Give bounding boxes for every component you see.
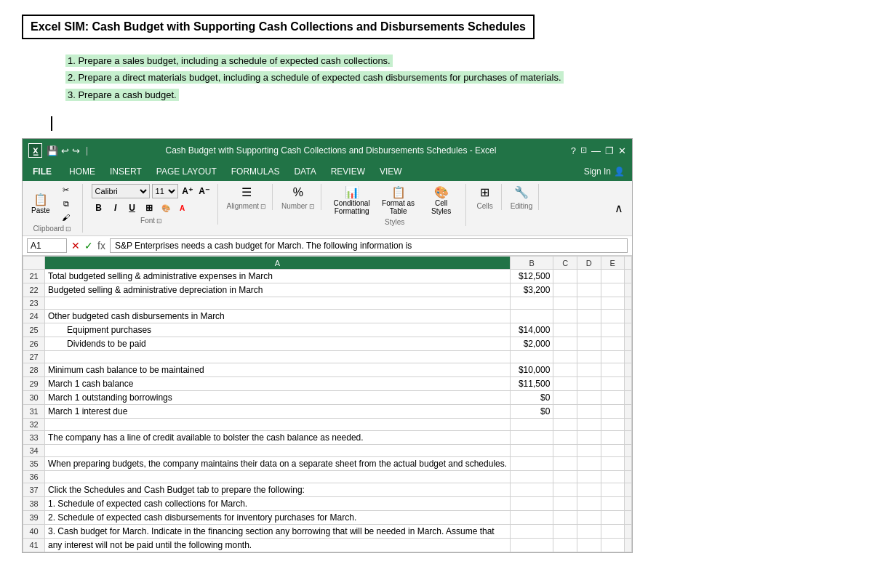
- cell-a-29[interactable]: March 1 cash balance: [45, 377, 511, 391]
- formula-confirm-icon[interactable]: ✓: [84, 240, 93, 251]
- increase-font-button[interactable]: A⁺: [180, 184, 195, 198]
- font-family-select[interactable]: Calibri: [92, 184, 150, 198]
- cell-d-32[interactable]: [577, 419, 601, 431]
- row-header[interactable]: 32: [23, 419, 45, 431]
- cell-c-37[interactable]: [553, 483, 577, 497]
- cell-c-41[interactable]: [553, 539, 577, 552]
- menu-view[interactable]: VIEW: [372, 164, 409, 180]
- copy-button[interactable]: ⧉: [56, 198, 76, 210]
- ribbon-collapse-button[interactable]: ∧: [615, 201, 626, 215]
- alignment-button[interactable]: ☰: [236, 184, 257, 201]
- font-size-select[interactable]: 11: [152, 184, 178, 198]
- menu-data[interactable]: DATA: [287, 164, 323, 180]
- restore-window-button[interactable]: ⊡: [580, 145, 587, 156]
- col-header-c[interactable]: C: [553, 257, 577, 270]
- row-header[interactable]: 30: [23, 391, 45, 405]
- cell-a-28[interactable]: Minimum cash balance to be maintained: [45, 363, 511, 377]
- row-header[interactable]: 39: [23, 511, 45, 525]
- cell-e-21[interactable]: [601, 270, 624, 283]
- cell-d-36[interactable]: [577, 471, 601, 483]
- cell-b-29[interactable]: $11,500: [511, 377, 553, 391]
- row-header[interactable]: 27: [23, 351, 45, 363]
- maximize-button[interactable]: ❐: [605, 145, 614, 156]
- cell-a-24[interactable]: Other budgeted cash disbursements in Mar…: [45, 310, 511, 323]
- cell-d-25[interactable]: [577, 323, 601, 337]
- row-header[interactable]: 21: [23, 270, 45, 283]
- cell-a-21[interactable]: Total budgeted selling & administrative …: [45, 270, 511, 283]
- cell-e-30[interactable]: [601, 391, 624, 405]
- menu-signin[interactable]: Sign In 👤: [584, 166, 632, 177]
- cells-button[interactable]: ⊞: [475, 184, 495, 201]
- col-header-d[interactable]: D: [577, 257, 601, 270]
- cell-e-22[interactable]: [601, 283, 624, 297]
- cell-d-30[interactable]: [577, 391, 601, 405]
- cell-b-31[interactable]: $0: [511, 405, 553, 419]
- format-as-table-button[interactable]: 📋 Format as Table: [377, 184, 420, 217]
- cell-a-26[interactable]: Dividends to be paid: [45, 337, 511, 351]
- cell-a-36[interactable]: [45, 471, 511, 483]
- font-color-button[interactable]: A: [175, 201, 190, 215]
- cell-c-32[interactable]: [553, 419, 577, 431]
- cell-b-25[interactable]: $14,000: [511, 323, 553, 337]
- cell-a-27[interactable]: [45, 351, 511, 363]
- cell-c-39[interactable]: [553, 511, 577, 525]
- cell-e-25[interactable]: [601, 323, 624, 337]
- cell-e-27[interactable]: [601, 351, 624, 363]
- col-header-a[interactable]: A: [45, 257, 511, 270]
- cell-a-30[interactable]: March 1 outstanding borrowings: [45, 391, 511, 405]
- close-button[interactable]: ✕: [618, 145, 626, 156]
- cell-c-21[interactable]: [553, 270, 577, 283]
- paste-button[interactable]: 📋 Paste: [28, 191, 53, 216]
- cell-a-32[interactable]: [45, 419, 511, 431]
- menu-insert[interactable]: INSERT: [103, 164, 149, 180]
- cell-c-22[interactable]: [553, 283, 577, 297]
- row-header[interactable]: 23: [23, 297, 45, 310]
- cell-e-31[interactable]: [601, 405, 624, 419]
- cell-b-27[interactable]: [511, 351, 553, 363]
- cell-b-33[interactable]: [511, 431, 553, 445]
- cell-d-22[interactable]: [577, 283, 601, 297]
- menu-review[interactable]: REVIEW: [324, 164, 372, 180]
- cell-e-41[interactable]: [601, 539, 624, 552]
- cell-d-35[interactable]: [577, 457, 601, 471]
- cell-b-24[interactable]: [511, 310, 553, 323]
- row-header[interactable]: 25: [23, 323, 45, 337]
- row-header[interactable]: 34: [23, 445, 45, 457]
- cell-a-23[interactable]: [45, 297, 511, 310]
- redo-icon[interactable]: ↪: [72, 145, 80, 156]
- formula-cancel-icon[interactable]: ✕: [71, 240, 80, 251]
- cell-a-31[interactable]: March 1 interest due: [45, 405, 511, 419]
- editing-button[interactable]: 🔧: [511, 184, 532, 201]
- cell-e-34[interactable]: [601, 445, 624, 457]
- cell-d-28[interactable]: [577, 363, 601, 377]
- cell-c-36[interactable]: [553, 471, 577, 483]
- cell-e-40[interactable]: [601, 525, 624, 539]
- cell-e-36[interactable]: [601, 471, 624, 483]
- cell-e-38[interactable]: [601, 497, 624, 511]
- help-button[interactable]: ?: [571, 145, 576, 156]
- col-header-b[interactable]: B: [511, 257, 553, 270]
- row-header[interactable]: 40: [23, 525, 45, 539]
- cell-c-38[interactable]: [553, 497, 577, 511]
- col-header-e[interactable]: E: [601, 257, 624, 270]
- cell-b-35[interactable]: [511, 457, 553, 471]
- row-header[interactable]: 36: [23, 471, 45, 483]
- cell-b-26[interactable]: $2,000: [511, 337, 553, 351]
- cell-b-21[interactable]: $12,500: [511, 270, 553, 283]
- cell-b-36[interactable]: [511, 471, 553, 483]
- format-painter-button[interactable]: 🖌: [56, 212, 76, 223]
- cell-d-21[interactable]: [577, 270, 601, 283]
- cell-d-34[interactable]: [577, 445, 601, 457]
- cell-a-39[interactable]: 2. Schedule of expected cash disbursemen…: [45, 511, 511, 525]
- cell-d-39[interactable]: [577, 511, 601, 525]
- cell-c-40[interactable]: [553, 525, 577, 539]
- fill-color-button[interactable]: 🎨: [159, 201, 173, 215]
- underline-button[interactable]: U: [125, 201, 140, 215]
- cell-d-33[interactable]: [577, 431, 601, 445]
- minimize-button[interactable]: —: [591, 145, 601, 156]
- cell-e-23[interactable]: [601, 297, 624, 310]
- clipboard-expand-icon[interactable]: ⊡: [65, 225, 71, 233]
- cell-d-31[interactable]: [577, 405, 601, 419]
- row-header[interactable]: 28: [23, 363, 45, 377]
- menu-page-layout[interactable]: PAGE LAYOUT: [149, 164, 224, 180]
